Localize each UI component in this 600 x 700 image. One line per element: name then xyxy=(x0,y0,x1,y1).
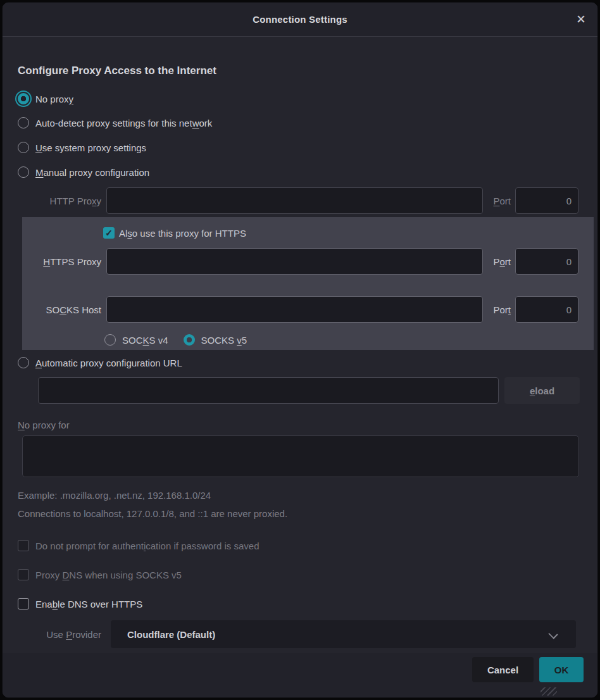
checkbox-doh-label: Enable DNS over HTTPS xyxy=(35,599,142,609)
radio-manual-proxy[interactable]: Manual proxy configuration xyxy=(18,164,149,180)
access-key: v xyxy=(237,335,242,346)
label-part: SO xyxy=(46,304,59,315)
radio-auto-detect[interactable]: Auto-detect proxy settings for this netw… xyxy=(18,115,212,131)
access-key: K xyxy=(143,335,149,346)
access-key: H xyxy=(43,256,50,267)
radio-socks-v5-label[interactable]: SOCKS v5 xyxy=(201,335,247,346)
dialog-title: Connection Settings xyxy=(253,14,347,25)
label-part: Ena xyxy=(35,599,53,609)
http-proxy-label: HTTP Proxy xyxy=(18,196,101,206)
http-port-label: Port xyxy=(488,196,511,206)
access-key: P xyxy=(493,196,499,206)
checkbox-unchecked-icon[interactable] xyxy=(18,569,29,580)
label-part: se system proxy settings xyxy=(42,142,146,153)
cancel-button[interactable]: Cancel xyxy=(472,657,534,682)
dialog-titlebar: Connection Settings ✕ xyxy=(3,3,597,37)
screen: Connection Settings ✕ Configure Proxy Ac… xyxy=(0,0,600,700)
ok-button[interactable]: OK xyxy=(539,657,584,682)
label-part: SOC xyxy=(122,335,143,346)
radio-manual-proxy-label: Manual proxy configuration xyxy=(35,167,149,178)
checkbox-proxy-dns[interactable]: Proxy DNS when using SOCKS v5 xyxy=(18,566,182,583)
socks-version-row: SOCKS v4 SOCKS v5 xyxy=(104,332,247,348)
http-proxy-input[interactable] xyxy=(106,187,483,214)
radio-auto-url[interactable]: Automatic proxy configuration URL xyxy=(18,354,182,371)
checkbox-doh[interactable]: Enable DNS over HTTPS xyxy=(18,596,142,612)
label-part: anual proxy configuration xyxy=(44,167,150,178)
resize-grip[interactable] xyxy=(541,687,557,696)
https-proxy-label: HTTPS Proxy xyxy=(18,256,101,267)
socks-port-input[interactable] xyxy=(515,296,578,323)
manual-proxy-highlight-panel: ✓ Also use this proxy for HTTPS HTTPS Pr… xyxy=(22,217,594,350)
radio-no-proxy-label: No proxy xyxy=(35,94,73,104)
checkbox-no-prompt[interactable]: Do not prompt for authentication if pass… xyxy=(18,537,259,554)
access-key: P xyxy=(66,629,72,640)
label-part: load xyxy=(535,385,554,396)
label-part: TTPS Proxy xyxy=(50,256,101,267)
chevron-down-icon xyxy=(548,629,558,639)
checkbox-share-https[interactable]: ✓ Also use this proxy for HTTPS xyxy=(103,225,246,241)
section-heading: Configure Proxy Access to the Internet xyxy=(18,65,216,77)
label-part: S v4 xyxy=(149,335,168,346)
access-key: s xyxy=(127,228,132,239)
label-part: o use this proxy for HTTPS xyxy=(132,228,246,239)
https-port-input[interactable] xyxy=(515,248,578,275)
radio-unselected-icon[interactable] xyxy=(104,334,116,346)
access-key: e xyxy=(530,385,535,396)
label-part: Use xyxy=(46,629,66,640)
ok-label: OK xyxy=(554,665,569,675)
radio-auto-url-label: Automatic proxy configuration URL xyxy=(35,358,182,368)
radio-unselected-icon[interactable] xyxy=(18,142,29,153)
label-part: P xyxy=(493,256,499,267)
access-key: x xyxy=(92,196,97,206)
checkbox-proxy-dns-label: Proxy DNS when using SOCKS v5 xyxy=(35,570,182,580)
https-port-label: Port xyxy=(488,256,511,267)
checkbox-unchecked-icon[interactable] xyxy=(18,540,29,551)
access-key: o xyxy=(499,256,504,267)
socks-host-row: SOCKS Host Port xyxy=(18,296,594,323)
provider-select[interactable]: Cloudflare (Default) xyxy=(111,620,576,648)
radio-system-proxy-label: Use system proxy settings xyxy=(35,142,146,153)
checkbox-unchecked-icon[interactable] xyxy=(18,598,29,609)
label-part: Al xyxy=(119,228,127,239)
http-port-input[interactable] xyxy=(515,187,578,214)
label-part: Proxy xyxy=(35,570,63,580)
access-key: U xyxy=(35,142,42,153)
radio-system-proxy[interactable]: Use system proxy settings xyxy=(18,139,146,156)
localhost-note-text: Connections to localhost, 127.0.0.1/8, a… xyxy=(18,508,287,519)
label-part: ork xyxy=(199,118,212,128)
access-key: b xyxy=(53,599,58,609)
cancel-label: Cancel xyxy=(487,665,518,675)
no-proxy-for-textarea[interactable] xyxy=(22,435,579,477)
label-part: ort xyxy=(499,196,511,206)
access-key: D xyxy=(63,570,70,580)
checkbox-no-prompt-label: Do not prompt for authentication if pass… xyxy=(35,541,259,551)
label-part: y xyxy=(97,196,102,206)
access-key: C xyxy=(59,304,66,315)
radio-unselected-icon[interactable] xyxy=(18,357,29,368)
radio-auto-detect-label: Auto-detect proxy settings for this netw… xyxy=(35,118,212,128)
label-part: HTTP Pro xyxy=(50,196,92,206)
section-heading-text: Configure Proxy Access to the Internet xyxy=(18,65,216,77)
label-part: No prox xyxy=(35,94,69,104)
checkbox-share-https-label: Also use this proxy for HTTPS xyxy=(119,228,246,239)
https-proxy-row: HTTPS Proxy Port xyxy=(18,248,594,275)
label-part: SOCKS xyxy=(201,335,237,346)
access-key: N xyxy=(18,420,25,430)
auto-url-input[interactable] xyxy=(38,377,499,404)
radio-unselected-icon[interactable] xyxy=(18,166,29,178)
radio-socks-v4-label[interactable]: SOCKS v4 xyxy=(122,335,168,346)
access-key: M xyxy=(35,167,44,178)
label-part: KS Host xyxy=(66,304,101,315)
radio-no-proxy[interactable]: No proxy xyxy=(18,91,73,107)
checkbox-checked-icon[interactable]: ✓ xyxy=(103,227,115,239)
socks-host-input[interactable] xyxy=(106,296,483,323)
reload-button[interactable]: eload xyxy=(504,377,580,404)
localhost-note: Connections to localhost, 127.0.0.1/8, a… xyxy=(18,508,287,519)
label-part: le DNS over HTTPS xyxy=(58,599,142,609)
radio-selected-icon[interactable] xyxy=(18,93,29,104)
radio-unselected-icon[interactable] xyxy=(18,117,29,128)
example-note: Example: .mozilla.org, .net.nz, 192.168.… xyxy=(18,490,211,501)
radio-selected-icon[interactable] xyxy=(184,334,195,346)
https-proxy-input[interactable] xyxy=(106,248,483,275)
close-icon[interactable]: ✕ xyxy=(576,3,586,36)
